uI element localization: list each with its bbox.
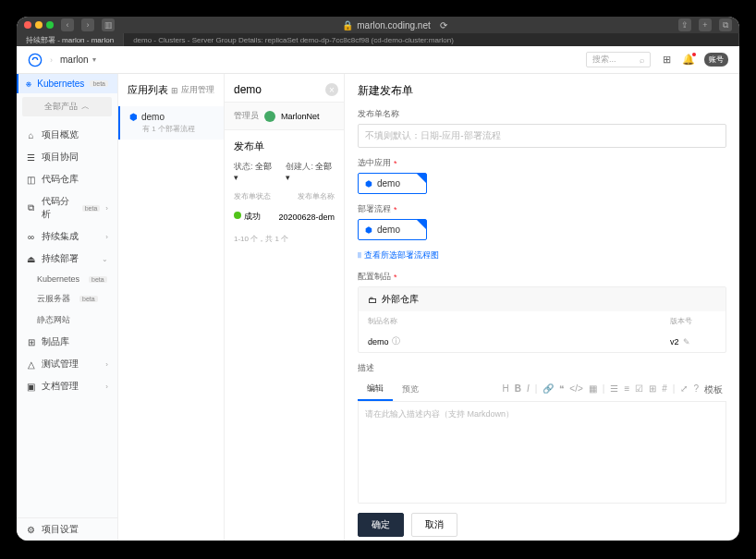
search-icon: ⌕ [640,55,644,65]
artifact-repo-header: 🗀外部仓库 [359,287,726,311]
user-avatar[interactable]: 账号 [704,53,728,67]
panel-title: 新建发布单 [358,83,726,99]
hash-icon[interactable]: # [662,383,667,396]
sidebar-item-repo[interactable]: ◫代码仓库 [17,168,117,190]
pipeline-select[interactable]: ⬢demo [358,219,427,240]
cancel-button[interactable]: 取消 [411,513,457,537]
kubernetes-icon: ⎈ [26,79,31,89]
app-list-column: 应用列表 ⊞应用管理 ⬢demo 有 1 个部署流程 [118,74,225,541]
search-input[interactable]: 搜索... ⌕ [586,52,651,67]
chevron-right-icon: › [105,233,108,241]
breadcrumb[interactable]: marlon ▾ [60,55,96,65]
sidebar-item-settings[interactable]: ⚙项目设置 [17,518,117,541]
close-panel-button[interactable]: × [325,83,338,96]
sidebar-item-collab[interactable]: ☰项目协同 [17,146,117,168]
chart-icon: ⧉ [26,203,36,213]
app-icon: ⬢ [365,179,372,188]
editor-tabs: 编辑 预览 H B I | 🔗 ❝ </> ▦ | ☰ ≡ ☑ ⊞ # | ⤢ … [358,378,726,402]
confirm-button[interactable]: 确定 [358,513,404,537]
app-sub-text: 有 1 个部署流程 [129,124,214,134]
edit-icon[interactable]: ✎ [683,337,690,346]
scan-icon[interactable]: ⊞ [660,54,673,67]
notification-icon[interactable]: 🔔 [682,54,695,67]
app-label: 选中应用* [358,157,726,169]
deploy-icon: ⏏ [26,254,36,264]
package-icon: ⊞ [26,337,36,347]
chevron-right-icon: › [105,360,108,369]
product-dropdown[interactable]: 全部产品 ︿ [22,97,112,116]
flask-icon: △ [26,359,36,370]
sidebar-item-kubernetes[interactable]: ⎈ Kubernetes beta [17,74,117,93]
app-list-item[interactable]: ⬢demo 有 1 个部署流程 [118,106,224,140]
admin-avatar-icon [264,111,275,122]
sidebar: ⎈ Kubernetes beta 全部产品 ︿ ⌂项目概览 ☰项目协同 ◫代码… [17,74,118,541]
check-icon[interactable]: ☑ [635,383,643,396]
name-input[interactable]: 不填则默认：日期-应用-部署流程 [358,124,726,148]
sidebar-item-overview[interactable]: ⌂项目概览 [17,124,117,146]
coding-logo-icon [28,53,43,67]
sidebar-item-k8s-sub[interactable]: Kubernetesbeta [17,270,117,288]
link-icon[interactable]: 🔗 [543,383,554,396]
release-table-row[interactable]: 成功 20200628-dem [225,207,344,226]
tab-preview[interactable]: 预览 [393,379,428,400]
quote-icon[interactable]: ❝ [559,383,564,396]
description-editor[interactable]: 请在此输入描述内容（支持 Markdown） [358,402,726,504]
sidebar-item-cloud-server[interactable]: 云服务器beta [17,288,117,310]
expand-icon[interactable]: ⤢ [680,383,688,396]
help-icon[interactable]: ? [693,383,699,396]
new-tab-icon[interactable]: + [699,18,712,31]
ol-icon[interactable]: ≡ [624,383,629,396]
doc-icon: ▣ [26,382,36,392]
template-button[interactable]: 模板 [704,383,723,396]
beta-badge: beta [89,276,107,283]
forward-button[interactable]: › [81,18,94,31]
gear-icon: ⚙ [26,525,36,535]
close-window-icon[interactable] [24,21,31,29]
url-bar[interactable]: 🔒 marlon.coding.net ⟳ [118,20,671,30]
app-list-title: 应用列表 [128,83,168,97]
pipeline-label: 部署流程* [358,203,726,215]
home-icon: ⌂ [26,130,36,140]
sidebar-item-test[interactable]: △测试管理› [17,353,117,375]
release-table-header: 发布单状态 发布单名称 [225,186,344,207]
sidebar-toggle-icon[interactable]: ▥ [102,18,115,31]
create-release-panel: 新建发布单 发布单名称 不填则默认：日期-应用-部署流程 选中应用* ⬢demo… [345,74,739,541]
list-icon: ☰ [26,152,36,163]
italic-icon[interactable]: I [527,383,530,396]
tabs-icon[interactable]: ⧉ [719,18,732,31]
success-status-icon [234,212,241,219]
sidebar-item-ci[interactable]: ∞持续集成› [17,225,117,248]
image-icon[interactable]: ▦ [589,383,597,396]
browser-tab-strip: 持续部署 - marlon - marlon demo - Clusters -… [17,33,739,46]
reload-icon[interactable]: ⟳ [440,20,447,30]
sidebar-item-docs[interactable]: ▣文档管理› [17,375,117,397]
admin-row: 管理员 MarlonNet [225,102,344,130]
sidebar-item-static-site[interactable]: 静态网站 [17,310,117,331]
share-icon[interactable]: ⇪ [678,18,691,31]
breadcrumb-separator: › [50,55,53,65]
heading-icon[interactable]: H [502,383,508,396]
artifact-label: 配置制品* [358,271,726,283]
infinity-icon: ∞ [26,232,36,242]
sidebar-item-cd[interactable]: ⏏持续部署⌄ [17,248,117,270]
view-pipeline-link[interactable]: ⫴查看所选部署流程图 [358,249,726,261]
maximize-window-icon[interactable] [46,21,54,29]
app-select[interactable]: ⬢demo [358,173,427,194]
info-icon[interactable]: ⓘ [392,335,400,347]
ul-icon[interactable]: ☰ [610,383,618,396]
sidebar-item-analysis[interactable]: ⧉代码分析beta› [17,190,117,225]
browser-tab[interactable]: 持续部署 - marlon - marlon [17,33,124,46]
diagram-icon: ⫴ [358,250,361,261]
tab-edit[interactable]: 编辑 [358,378,393,401]
browser-tab[interactable]: demo - Clusters - Server Group Details: … [124,33,739,46]
code-icon[interactable]: </> [569,383,582,396]
app-manage-link[interactable]: ⊞应用管理 [171,84,214,96]
paging-text: 1-10 个，共 1 个 [225,226,344,251]
repo-icon: ◫ [26,175,36,185]
bold-icon[interactable]: B [515,383,521,396]
table-icon[interactable]: ⊞ [649,383,656,396]
sidebar-item-artifact[interactable]: ⊞制品库 [17,331,117,353]
app-icon: ⬢ [129,112,138,122]
back-button[interactable]: ‹ [61,18,74,31]
minimize-window-icon[interactable] [35,21,43,29]
